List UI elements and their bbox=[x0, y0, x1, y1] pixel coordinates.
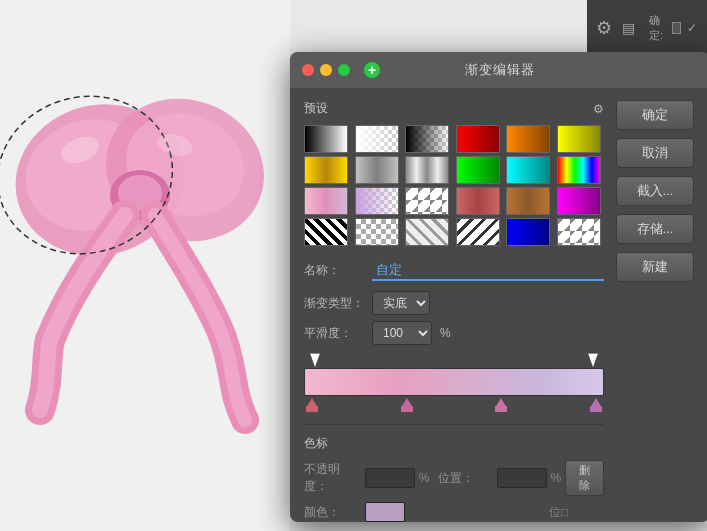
layers-icon[interactable]: ▤ bbox=[622, 20, 635, 36]
color-handle-mid-left[interactable] bbox=[401, 398, 413, 412]
window-controls: + bbox=[302, 64, 350, 76]
preset-item-11[interactable] bbox=[557, 156, 601, 184]
smoothness-value-select[interactable]: 100 bbox=[372, 321, 432, 345]
ok-button[interactable]: 确定 bbox=[616, 100, 694, 130]
preset-item-0[interactable] bbox=[304, 125, 348, 153]
presets-label: 预设 bbox=[304, 100, 328, 117]
gradient-editor-dialog: + 渐变编辑器 预设 ⚙ 名称： 渐变类型： 实底 bbox=[290, 52, 707, 522]
color-stops-title: 色标 bbox=[304, 435, 604, 452]
gradient-bar[interactable] bbox=[304, 368, 604, 396]
preset-item-1[interactable] bbox=[355, 125, 399, 153]
opacity-label: 不透明度： bbox=[304, 461, 361, 495]
position-unit: % bbox=[551, 471, 562, 485]
preset-item-7[interactable] bbox=[355, 156, 399, 184]
smoothness-unit: % bbox=[440, 326, 451, 340]
close-button[interactable] bbox=[302, 64, 314, 76]
preset-item-13[interactable] bbox=[355, 187, 399, 215]
preset-item-5[interactable] bbox=[557, 125, 601, 153]
preset-item-6[interactable] bbox=[304, 156, 348, 184]
color-handle-far-right[interactable] bbox=[590, 398, 602, 412]
preset-item-18[interactable] bbox=[304, 218, 348, 246]
checkmark-icon: ✓ bbox=[687, 21, 697, 35]
preset-item-12[interactable] bbox=[304, 187, 348, 215]
presets-grid bbox=[304, 125, 604, 246]
preset-item-8[interactable] bbox=[405, 156, 449, 184]
confirm-row: 确定: ✓ bbox=[649, 13, 697, 43]
preset-item-4[interactable] bbox=[506, 125, 550, 153]
preset-item-9[interactable] bbox=[456, 156, 500, 184]
preset-item-19[interactable] bbox=[355, 218, 399, 246]
color-handle-mid-right[interactable] bbox=[495, 398, 507, 412]
preset-item-15[interactable] bbox=[456, 187, 500, 215]
maximize-button[interactable] bbox=[338, 64, 350, 76]
title-bar: + 渐变编辑器 bbox=[290, 52, 707, 88]
gradient-bar-container bbox=[304, 353, 604, 412]
confirm-checkbox[interactable] bbox=[672, 22, 681, 34]
position-label: 位置： bbox=[438, 470, 493, 487]
delete-stop-button[interactable]: 删除 bbox=[565, 460, 604, 496]
preset-item-3[interactable] bbox=[456, 125, 500, 153]
preset-item-20[interactable] bbox=[405, 218, 449, 246]
confirm-label: 确定: bbox=[649, 13, 666, 43]
smoothness-label: 平滑度： bbox=[304, 325, 364, 342]
position-value-input[interactable] bbox=[497, 468, 547, 488]
presets-section-header: 预设 ⚙ bbox=[304, 100, 604, 117]
dialog-title: 渐变编辑器 bbox=[465, 61, 535, 79]
color-handle-far-left[interactable] bbox=[306, 398, 318, 412]
preset-item-21[interactable] bbox=[456, 218, 500, 246]
preset-item-10[interactable] bbox=[506, 156, 550, 184]
preset-item-22[interactable] bbox=[506, 218, 550, 246]
cancel-button[interactable]: 取消 bbox=[616, 138, 694, 168]
right-toolbar: ⚙ ▤ 确定: ✓ bbox=[587, 0, 707, 55]
opacity-handle-left[interactable] bbox=[310, 353, 320, 367]
gradient-type-label: 渐变类型： bbox=[304, 295, 364, 312]
minimize-button[interactable] bbox=[320, 64, 332, 76]
name-label: 名称： bbox=[304, 262, 364, 279]
color-swatch[interactable] bbox=[365, 502, 405, 522]
gradient-type-select[interactable]: 实底 杂色 bbox=[372, 291, 430, 315]
opacity-handle-right[interactable] bbox=[588, 353, 598, 367]
gear-icon[interactable]: ⚙ bbox=[596, 17, 612, 39]
action-buttons-panel: 确定 取消 截入... 存储... 新建 bbox=[616, 100, 696, 522]
save-button[interactable]: 存储... bbox=[616, 214, 694, 244]
preset-item-2[interactable] bbox=[405, 125, 449, 153]
smoothness-row: 平滑度： 100 % bbox=[304, 321, 604, 345]
preset-item-16[interactable] bbox=[506, 187, 550, 215]
opacity-unit: % bbox=[419, 471, 430, 485]
presets-gear-icon[interactable]: ⚙ bbox=[593, 102, 604, 116]
preset-item-23[interactable] bbox=[557, 218, 601, 246]
color-label: 颜色： bbox=[304, 504, 359, 521]
canvas-area bbox=[0, 0, 290, 531]
preset-item-14[interactable] bbox=[405, 187, 449, 215]
gradient-type-row: 渐变类型： 实底 杂色 bbox=[304, 291, 604, 315]
new-button[interactable]: 新建 bbox=[616, 252, 694, 282]
color-stops-section: 色标 不透明度： % 位置： % 删除 颜色： 位□ bbox=[304, 424, 604, 522]
add-button[interactable]: + bbox=[364, 62, 380, 78]
gradient-name-input[interactable] bbox=[372, 260, 604, 281]
gradient-name-row: 名称： bbox=[304, 260, 604, 281]
preset-item-17[interactable] bbox=[557, 187, 601, 215]
location-label: 位□ bbox=[549, 504, 604, 521]
load-button[interactable]: 截入... bbox=[616, 176, 694, 206]
opacity-value-input[interactable] bbox=[365, 468, 415, 488]
